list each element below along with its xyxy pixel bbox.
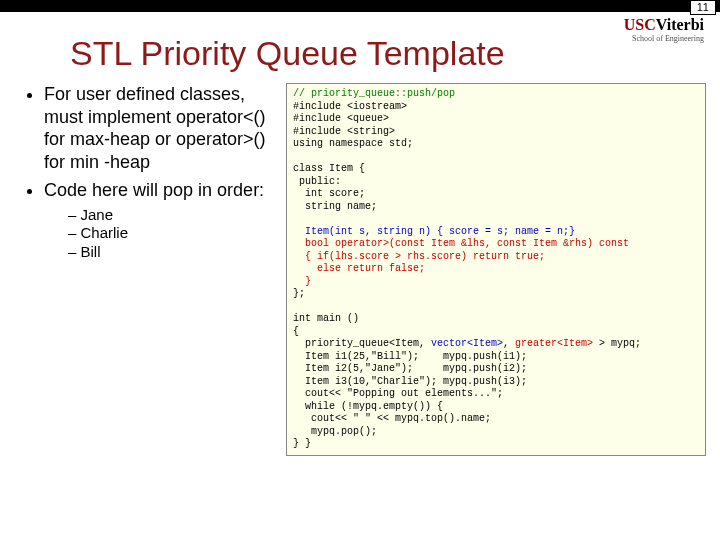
code-line: class Item {: [293, 163, 365, 174]
code-line: priority_queue<Item,: [293, 338, 431, 349]
code-line: {: [293, 326, 299, 337]
top-bar: [0, 0, 720, 12]
code-line: int main (): [293, 313, 359, 324]
code-vector: vector<Item>: [431, 338, 503, 349]
logo-block: USCViterbi School of Engineering: [624, 16, 704, 43]
page-number: 11: [690, 0, 716, 15]
code-op: { if(lhs.score > rhs.score) return true;: [293, 251, 545, 262]
code-greater: greater<Item>: [515, 338, 593, 349]
code-line: Item i2(5,"Jane"); mypq.push(i2);: [293, 363, 527, 374]
code-block: // priority_queue::push/pop #include <io…: [286, 83, 706, 456]
code-line: Item i3(10,"Charlie"); mypq.push(i3);: [293, 376, 527, 387]
code-op: else return false;: [293, 263, 425, 274]
sub-bullet-jane: Jane: [68, 206, 276, 225]
code-line: int score;: [293, 188, 365, 199]
code-line: cout<< " " << mypq.top().name;: [293, 413, 491, 424]
code-ctor: Item(int s, string n) { score = s; name …: [293, 226, 575, 237]
bullet-column: For user defined classes, must implement…: [26, 83, 276, 456]
code-line: ,: [503, 338, 515, 349]
code-line: while (!mypq.empty()) {: [293, 401, 443, 412]
logo-viterbi: Viterbi: [656, 16, 704, 33]
code-line: using namespace std;: [293, 138, 413, 149]
code-op: }: [293, 276, 311, 287]
code-line: Item i1(25,"Bill"); mypq.push(i1);: [293, 351, 527, 362]
code-line: cout<< "Popping out elements...";: [293, 388, 503, 399]
code-comment: // priority_queue::push/pop: [293, 88, 455, 99]
logo-main: USCViterbi: [624, 16, 704, 34]
code-line: string name;: [293, 201, 377, 212]
code-line: > mypq;: [593, 338, 641, 349]
code-op: bool operator>(const Item &lhs, const It…: [293, 238, 629, 249]
bullet-1: For user defined classes, must implement…: [44, 83, 276, 173]
code-line: #include <string>: [293, 126, 395, 137]
code-line: #include <iostream>: [293, 101, 407, 112]
sub-bullet-charlie: Charlie: [68, 224, 276, 243]
code-line: };: [293, 288, 305, 299]
code-line: public:: [293, 176, 341, 187]
code-line: } }: [293, 438, 311, 449]
logo-subtitle: School of Engineering: [624, 34, 704, 43]
content-row: For user defined classes, must implement…: [0, 83, 720, 456]
logo-usc: USC: [624, 16, 656, 33]
bullet-2: Code here will pop in order: Jane Charli…: [44, 179, 276, 262]
code-line: #include <queue>: [293, 113, 389, 124]
sub-bullet-bill: Bill: [68, 243, 276, 262]
slide-title: STL Priority Queue Template: [70, 34, 720, 73]
code-line: mypq.pop();: [293, 426, 377, 437]
bullet-2-text: Code here will pop in order:: [44, 180, 264, 200]
